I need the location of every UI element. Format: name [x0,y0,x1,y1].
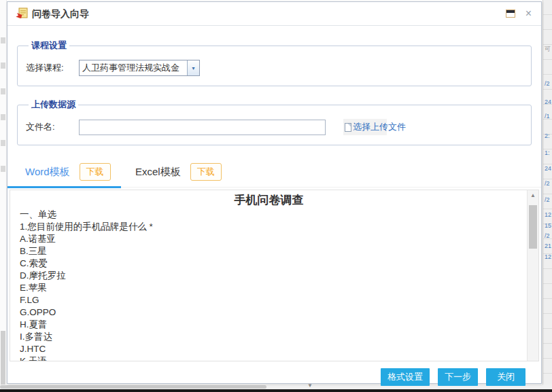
questionnaire-line: F.LG [20,294,518,306]
tab-excel-label: Excel模板 [135,166,181,179]
background-fragment: /1 [545,113,550,120]
questionnaire-line: J.HTC [20,343,518,355]
background-fragment: 21 [545,243,551,249]
close-button[interactable]: 关闭 [486,368,525,386]
chevron-down-icon: ▼ [187,60,199,75]
background-text-smudge [1,37,5,43]
course-select[interactable]: 人卫药事管理法规实战金 ▼ [79,60,200,76]
questionnaire-title: 手机问卷调查 [20,192,518,209]
background-text-smudge [1,88,5,94]
course-settings-legend: 课程设置 [29,39,69,52]
questionnaire-import-wizard-dialog: 问卷导入向导 × 课程设置 选择课程: 人卫药事管理法规实战金 ▼ 上传数据源 … [7,1,542,384]
upload-datasource-legend: 上传数据源 [29,99,78,111]
tab-word-template[interactable]: Word模板 下载 [25,163,111,181]
questionnaire-line: E.苹果 [20,282,518,294]
questionnaire-line: A.诺基亚 [20,233,518,245]
tab-excel-template[interactable]: Excel模板 下载 [135,163,222,181]
import-wizard-icon [16,7,28,20]
dialog-footer: 格式设置 下一步 关闭 [7,368,541,386]
filename-input[interactable] [79,120,326,135]
template-preview-pane[interactable]: 手机问卷调查 一、单选 1.您目前使用的手机品牌是什么 * A.诺基亚 B.三星… [10,190,539,361]
next-step-button[interactable]: 下一步 [438,368,478,386]
close-icon[interactable]: × [525,7,532,20]
questionnaire-line: I.多普达 [20,331,518,343]
tab-word-label: Word模板 [25,166,70,179]
background-text-smudge [1,140,5,146]
vertical-scrollbar-thumb[interactable] [529,205,537,249]
questionnaire-line: B.三星 [20,245,518,257]
select-course-label: 选择课程: [26,62,79,74]
background-fragment: /2 [545,180,550,187]
background-fragment: 24 [545,99,551,105]
questionnaire-line: G.OPPO [20,306,518,319]
dialog-title: 问卷导入向导 [32,8,89,20]
template-tabs: Word模板 下载 Excel模板 下载 [7,160,541,188]
questionnaire-line: 1.您目前使用的手机品牌是什么 * [20,221,518,233]
background-fragment: 24 [545,165,551,172]
course-select-value: 人卫药事管理法规实战金 [80,60,187,75]
course-settings-section: 课程设置 选择课程: 人卫药事管理法规实战金 ▼ [17,39,532,86]
questionnaire-line: D.摩托罗拉 [20,270,518,282]
upload-datasource-section: 上传数据源 文件名: 选择上传文件 [17,99,532,145]
background-fragment: /2 [545,196,550,203]
document-icon [345,123,351,132]
excel-template-download-button[interactable]: 下载 [190,163,222,181]
background-scrollbar [1,331,5,389]
background-fragment: 12 [545,253,551,260]
screen: 可 /2 24 /1 2: 1: 24 /2 /2 12 15 /2 21 12… [0,0,552,392]
word-template-download-button[interactable]: 下载 [80,163,111,181]
background-fragment: 2: [545,132,550,139]
choose-upload-file-label: 选择上传文件 [353,121,406,133]
background-text-smudge [1,166,5,172]
background-fragment: /2 [545,232,550,239]
filename-label: 文件名: [26,121,79,133]
maximize-button[interactable] [506,10,515,18]
questionnaire-line: C.索爱 [20,257,518,270]
active-tab-underline [7,186,121,188]
background-fragment: 15 [545,222,551,229]
questionnaire-line: 一、单选 [20,209,518,221]
preview-vertical-scrollbar[interactable]: ▲ [527,190,538,361]
background-text-smudge [1,63,5,69]
dialog-titlebar: 问卷导入向导 × [7,2,541,26]
choose-upload-file-button[interactable]: 选择上传文件 [343,119,387,135]
background-right-strip: 可 /2 24 /1 2: 1: 24 /2 /2 12 15 /2 21 12 [542,0,552,389]
background-fragment: 12 [545,211,551,218]
background-left-sliver [0,0,7,392]
scroll-up-arrow-icon[interactable]: ▲ [528,192,538,198]
background-fragment: /2 [545,80,550,87]
bottom-black-bar [0,389,552,392]
format-settings-button[interactable]: 格式设置 [381,368,430,386]
background-fragment: 可 [545,45,551,54]
background-text-smudge [1,114,5,120]
background-fragment: 1: [545,149,550,156]
questionnaire-line: K.天语 [20,355,518,361]
questionnaire-line: H.夏普 [20,319,518,331]
